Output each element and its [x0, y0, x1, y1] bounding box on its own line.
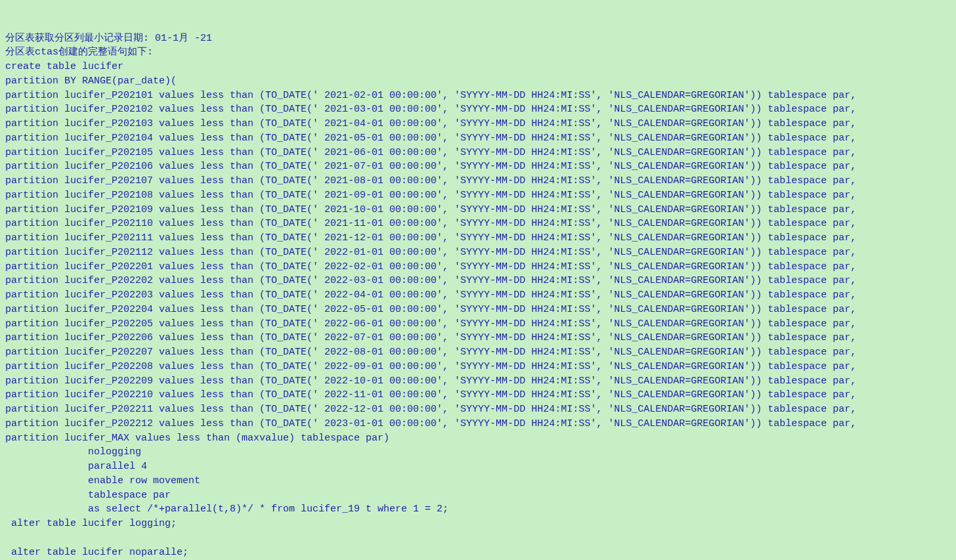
sql-output-block: 分区表获取分区列最小记录日期: 01-1月 -21 分区表ctas创建的完整语句…	[5, 32, 951, 560]
